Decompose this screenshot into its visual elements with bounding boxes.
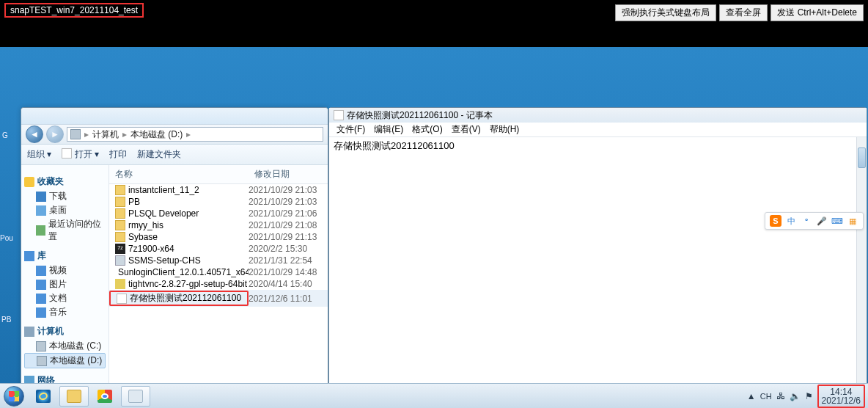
sidebar-item-videos[interactable]: 视频: [24, 263, 106, 277]
explorer-titlebar[interactable]: [21, 108, 328, 124]
sidebar-item-drive-c[interactable]: 本地磁盘 (C:): [24, 339, 106, 353]
breadcrumb[interactable]: ▸ 计算机 ▸ 本地磁盘 (D:) ▸: [67, 127, 323, 142]
toolbar-organize[interactable]: 组织 ▾: [27, 148, 51, 161]
scrollbar-thumb[interactable]: [858, 147, 866, 168]
star-icon: [24, 177, 34, 187]
menu-edit[interactable]: 编辑(E): [371, 123, 406, 136]
breadcrumb-drive[interactable]: 本地磁盘 (D:): [130, 128, 183, 141]
menu-help[interactable]: 帮助(H): [487, 123, 523, 136]
desktop[interactable]: G PB Pou ◄ ► ▸ 计算机 ▸ 本地磁盘 (D:) ▸ 组织 ▾ 打开…: [0, 47, 868, 383]
tray-clock[interactable]: 14:14 2021/12/6: [817, 385, 865, 408]
menu-view[interactable]: 查看(V): [449, 123, 484, 136]
desktop-label-pou: Pou: [0, 234, 13, 242]
sidebar-libraries[interactable]: 库: [24, 248, 106, 263]
file-date: 2021/1/31 22:54: [249, 255, 322, 266]
file-date: 2021/10/29 21:13: [249, 232, 322, 242]
tray-language[interactable]: CH: [760, 392, 772, 401]
taskbar-explorer[interactable]: [59, 386, 89, 407]
sidebar-item-desktop[interactable]: 桌面: [24, 203, 106, 217]
file-name: instantclient_11_2: [128, 185, 199, 195]
tray-action-center-icon[interactable]: ⚑: [805, 391, 813, 401]
breadcrumb-computer[interactable]: 计算机: [92, 128, 119, 141]
file-name: rmyy_his: [128, 220, 163, 230]
file-name: SunloginClient_12.0.1.40571_x64: [118, 267, 249, 277]
column-name[interactable]: 名称: [109, 165, 249, 183]
fullscreen-button[interactable]: 查看全屏: [719, 4, 768, 21]
notepad-icon: [128, 390, 143, 403]
sidebar-favorites[interactable]: 收藏夹: [24, 174, 106, 189]
force-us-keyboard-button[interactable]: 强制执行美式键盘布局: [615, 4, 716, 21]
file-row[interactable]: Sybase2021/10/29 21:13: [109, 231, 328, 243]
toolbar-print[interactable]: 打印: [109, 148, 127, 161]
toolbar-open[interactable]: 打开 ▾: [62, 148, 99, 161]
notepad-title: 存储快照测试202112061100 - 记事本: [347, 109, 493, 122]
music-icon: [36, 307, 46, 318]
file-name: PLSQL Developer: [128, 208, 199, 219]
txt-icon: [117, 294, 127, 304]
explorer-window: ◄ ► ▸ 计算机 ▸ 本地磁盘 (D:) ▸ 组织 ▾ 打开 ▾ 打印 新建文…: [21, 107, 328, 408]
notepad-textarea[interactable]: 存储快照测试202112061100: [329, 137, 856, 408]
notepad-icon: [334, 110, 344, 120]
file-row[interactable]: 7z7z1900-x642020/2/2 15:30: [109, 243, 328, 255]
file-row[interactable]: 存储快照测试2021120611002021/12/6 11:01: [109, 290, 328, 307]
file-row[interactable]: PLSQL Developer2021/10/29 21:06: [109, 208, 328, 219]
drive-icon: [70, 129, 81, 139]
clock-time: 14:14: [822, 387, 861, 396]
fold-icon: [115, 232, 125, 242]
menu-file[interactable]: 文件(F): [334, 123, 368, 136]
file-row[interactable]: SunloginClient_12.0.1.40571_x642021/10/2…: [109, 266, 328, 278]
taskbar-ie[interactable]: [29, 386, 58, 407]
file-row[interactable]: tightvnc-2.8.27-gpl-setup-64bit2020/4/14…: [109, 278, 328, 290]
sidebar-item-recent[interactable]: 最近访问的位置: [24, 217, 106, 244]
sidebar-item-documents[interactable]: 文档: [24, 291, 106, 305]
computer-icon: [24, 327, 34, 337]
file-name: tightvnc-2.8.27-gpl-setup-64bit: [128, 279, 247, 289]
start-button[interactable]: [0, 384, 28, 409]
explorer-sidebar: 收藏夹 下载 桌面 最近访问的位置 库 视频 图片 文档 音乐 计算机 本地磁盘…: [21, 165, 109, 401]
tray-network-icon[interactable]: 🖧: [776, 391, 785, 401]
file-row[interactable]: PB2021/10/29 21:03: [109, 196, 328, 208]
ime-voice-button[interactable]: 🎤: [816, 215, 828, 227]
explorer-toolbar: 组织 ▾ 打开 ▾ 打印 新建文件夹: [21, 145, 328, 165]
file-list: 名称 修改日期 instantclient_11_22021/10/29 21:…: [109, 165, 328, 401]
library-icon: [24, 251, 34, 261]
taskbar-notepad[interactable]: [121, 386, 150, 407]
system-tray: ▲ CH 🖧 🔈 ⚑ 14:14 2021/12/6: [747, 385, 868, 408]
file-date: 2021/10/29 21:08: [249, 220, 322, 230]
ime-skin-button[interactable]: ▦: [847, 215, 858, 227]
sidebar-computer[interactable]: 计算机: [24, 324, 106, 339]
vertical-scrollbar[interactable]: [856, 137, 867, 408]
file-date: 2021/10/29 21:03: [249, 197, 322, 207]
file-row[interactable]: SSMS-Setup-CHS2021/1/31 22:54: [109, 255, 328, 266]
ime-lang-toggle[interactable]: 中: [785, 215, 797, 227]
breadcrumb-sep: ▸: [122, 129, 127, 139]
nav-back-button[interactable]: ◄: [26, 125, 43, 143]
tray-volume-icon[interactable]: 🔈: [790, 391, 801, 401]
explorer-navbar: ◄ ► ▸ 计算机 ▸ 本地磁盘 (D:) ▸: [21, 124, 328, 145]
notepad-menubar: 文件(F) 编辑(E) 格式(O) 查看(V) 帮助(H): [329, 123, 867, 137]
sidebar-item-music[interactable]: 音乐: [24, 305, 106, 319]
toolbar-new-folder[interactable]: 新建文件夹: [137, 148, 181, 161]
fold-icon: [115, 197, 125, 207]
sidebar-item-drive-d[interactable]: 本地磁盘 (D:): [24, 353, 106, 368]
sogou-logo-icon[interactable]: S: [770, 215, 781, 227]
ime-softkeyboard-button[interactable]: ⌨: [831, 215, 843, 227]
sidebar-item-pictures[interactable]: 图片: [24, 277, 106, 291]
ime-toolbar[interactable]: S 中 ᵒ 🎤 ⌨ ▦: [765, 212, 864, 230]
file-row[interactable]: instantclient_11_22021/10/29 21:03: [109, 184, 328, 196]
taskbar-chrome[interactable]: [90, 386, 119, 407]
windows-orb-icon: [4, 386, 24, 407]
column-date[interactable]: 修改日期: [249, 165, 322, 183]
menu-format[interactable]: 格式(O): [409, 123, 445, 136]
notepad-window: 存储快照测试202112061100 - 记事本 文件(F) 编辑(E) 格式(…: [328, 107, 867, 408]
nav-forward-button[interactable]: ►: [46, 125, 64, 143]
send-cad-button[interactable]: 发送 Ctrl+Alt+Delete: [770, 4, 864, 21]
file-date: 2021/10/29 21:03: [249, 185, 322, 195]
tray-show-hidden[interactable]: ▲: [747, 391, 756, 401]
vm-title: snapTEST_win7_20211104_test: [4, 3, 144, 18]
file-date: 2021/10/29 14:48: [249, 267, 322, 277]
file-row[interactable]: rmyy_his2021/10/29 21:08: [109, 219, 328, 231]
sidebar-item-downloads[interactable]: 下载: [24, 189, 106, 203]
ime-punct-toggle[interactable]: ᵒ: [801, 215, 812, 227]
notepad-titlebar[interactable]: 存储快照测试202112061100 - 记事本: [329, 108, 867, 123]
